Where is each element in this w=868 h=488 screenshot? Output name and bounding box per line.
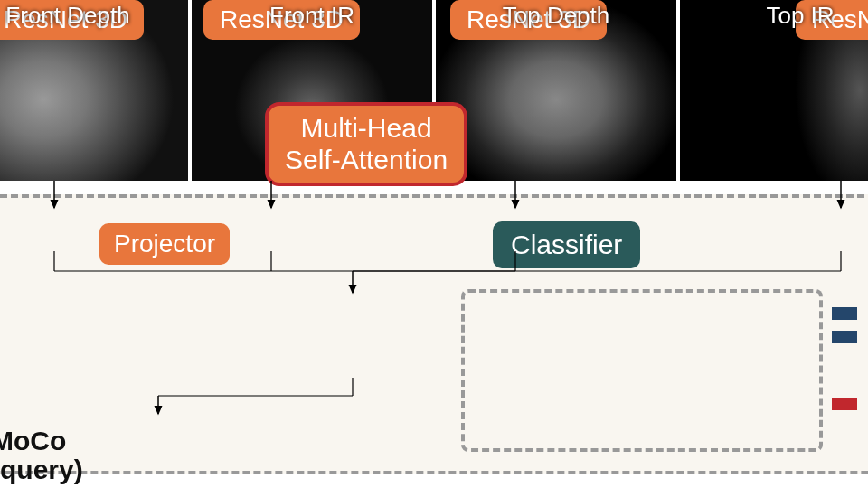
image-label: Front Depth (5, 2, 129, 30)
projector-block: Projector (99, 223, 230, 265)
multi-head-self-attention-block: Multi-Head Self-Attention (265, 102, 467, 186)
image-label: Front IR (269, 2, 354, 30)
legend-swatch-red (832, 398, 857, 410)
moco-line2: (query) (0, 455, 83, 484)
mhsa-line1: Multi-Head (285, 113, 448, 145)
input-front-depth: Front Depth (0, 0, 188, 181)
legend-swatch-blue-1 (832, 307, 857, 320)
mhsa-line2: Self-Attention (285, 145, 448, 176)
legend-swatch-blue-2 (832, 331, 857, 343)
image-label: Top IR (766, 2, 834, 30)
classifier-container (461, 289, 823, 452)
classifier-block: Classifier (493, 221, 640, 268)
moco-label: MoCo (query) (0, 427, 83, 483)
image-label: Top Depth (503, 2, 610, 30)
moco-line1: MoCo (0, 427, 83, 455)
